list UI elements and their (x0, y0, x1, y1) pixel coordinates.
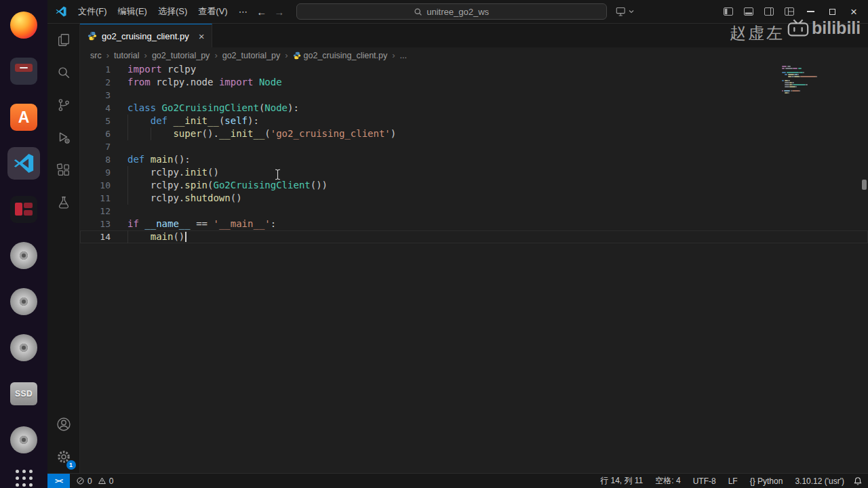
disk-icon-1[interactable] (7, 239, 40, 272)
status-eol[interactable]: LF (722, 476, 744, 486)
files-app-icon[interactable] (7, 55, 40, 87)
titlebar: 文件(F)编辑(E)选择(S)查看(V)⋯ ← → unitree_go2_ws (47, 0, 868, 24)
layout-controls (720, 3, 797, 20)
line-number[interactable]: 6 (80, 127, 111, 140)
sidebar-item-search[interactable] (47, 56, 80, 89)
vscode-dock-icon[interactable] (7, 147, 40, 180)
tab-close-icon[interactable]: × (199, 31, 205, 41)
sidebar-item-run-debug[interactable] (47, 121, 80, 154)
menu-selection[interactable]: 选择(S) (153, 3, 193, 20)
line-number[interactable]: 2 (80, 76, 111, 89)
line-number[interactable]: 1 (80, 63, 111, 76)
close-button[interactable]: × (848, 5, 860, 18)
menu-file[interactable]: 文件(F) (73, 3, 113, 20)
line-number[interactable]: 14 (80, 230, 111, 243)
code-row[interactable]: 9 rclpy.init() (80, 166, 868, 179)
notifications-bell-icon[interactable] (853, 476, 863, 486)
sidebar-item-testing[interactable] (47, 186, 80, 219)
code-text: def main(): (127, 153, 191, 166)
code-row[interactable]: 3 (80, 89, 868, 102)
search-value: unitree_go2_ws (427, 7, 489, 17)
line-number[interactable]: 4 (80, 102, 111, 115)
firefox-icon[interactable] (7, 9, 40, 41)
code-row[interactable]: 12 (80, 205, 868, 218)
restore-button[interactable] (826, 5, 838, 18)
code-row[interactable]: 7 (80, 140, 868, 153)
settings-button[interactable]: 1 (47, 441, 80, 473)
status-indent[interactable]: 空格: 4 (649, 475, 686, 487)
line-number[interactable]: 3 (80, 89, 111, 102)
breadcrumb-item[interactable]: src (90, 51, 102, 60)
vscode-menu-logo-icon[interactable] (55, 5, 67, 18)
line-number[interactable]: 9 (80, 166, 111, 179)
toggle-panel-icon[interactable] (741, 3, 757, 20)
code-row[interactable]: 13if __name__ == '__main__': (80, 218, 868, 230)
code-row[interactable]: 1import rclpy (80, 63, 868, 76)
ssd-drive-icon[interactable]: SSD (7, 378, 40, 410)
code-row[interactable]: 6 super().__init__('go2_cruising_client'… (80, 127, 868, 140)
back-arrow-icon[interactable]: ← (253, 6, 271, 18)
toggle-sidebar-icon[interactable] (720, 3, 736, 20)
bilibili-tv-icon (787, 18, 810, 38)
menu-view[interactable]: 查看(V) (193, 3, 233, 20)
minimap[interactable] (782, 66, 858, 94)
command-center-search[interactable]: unitree_go2_ws (296, 3, 607, 20)
menu-edit[interactable]: 编辑(E) (113, 3, 153, 20)
monitor-dropdown-icon[interactable] (616, 7, 634, 17)
customize-layout-icon[interactable] (781, 3, 797, 20)
breadcrumb-item[interactable]: go2_tutorial_py (222, 51, 280, 60)
disk-image (10, 288, 37, 315)
code-editor[interactable]: 1import rclpy2from rclpy.node import Nod… (80, 63, 868, 473)
breadcrumb-item[interactable]: tutorial (114, 51, 140, 60)
status-language[interactable]: {} Python (744, 476, 789, 486)
code-lines: 1import rclpy2from rclpy.node import Nod… (80, 63, 868, 243)
forward-arrow-icon[interactable]: → (271, 6, 288, 18)
source-control-icon (56, 98, 71, 113)
status-encoding[interactable]: UTF-8 (687, 476, 722, 486)
status-line-col[interactable]: 行 14, 列 11 (594, 475, 649, 487)
sidebar-item-explorer[interactable] (47, 24, 80, 56)
code-row[interactable]: 8def main(): (80, 153, 868, 166)
remote-icon: >< (55, 476, 62, 485)
breadcrumb-item[interactable]: go2_cruising_client.py (293, 51, 388, 60)
media-app-icon[interactable] (7, 193, 40, 226)
code-row[interactable]: 11 rclpy.shutdown() (80, 192, 868, 205)
line-number[interactable]: 5 (80, 115, 111, 127)
code-text: super().__init__('go2_cruising_client') (127, 127, 396, 140)
line-number[interactable]: 7 (80, 140, 111, 153)
minimize-button[interactable] (804, 5, 816, 18)
software-app-icon[interactable]: A (7, 101, 40, 134)
toggle-secondary-sidebar-icon[interactable] (761, 3, 777, 20)
code-row[interactable]: 5 def __init__(self): (80, 115, 868, 127)
code-row[interactable]: 14 main() (80, 230, 868, 243)
line-number[interactable]: 12 (80, 205, 111, 218)
sidebar-item-extensions[interactable] (47, 154, 80, 186)
disk-icon-4[interactable] (7, 424, 40, 456)
show-applications-button[interactable] (16, 470, 33, 487)
status-bar: >< 0 0 行 14, 列 11空格: 4UTF-8LF{} Python3.… (47, 473, 868, 488)
breadcrumb-item[interactable]: ... (400, 51, 407, 60)
disk-icon-2[interactable] (7, 285, 40, 318)
indent-guide (127, 179, 128, 192)
line-number[interactable]: 10 (80, 179, 111, 192)
tab-go2-cruising-client[interactable]: go2_cruising_client.py × (80, 24, 212, 47)
code-row[interactable]: 2from rclpy.node import Node (80, 76, 868, 89)
menu-more[interactable]: ⋯ (233, 4, 253, 20)
remote-indicator[interactable]: >< (47, 474, 70, 488)
indent-guide (127, 127, 128, 140)
problems-indicator[interactable]: 0 0 (70, 476, 122, 486)
code-row[interactable]: 10 rclpy.spin(Go2CruisingClient()) (80, 179, 868, 192)
chevron-right-icon: › (144, 50, 147, 60)
disk-icon-3[interactable] (7, 331, 40, 364)
line-number[interactable]: 13 (80, 218, 111, 230)
line-number[interactable]: 11 (80, 192, 111, 205)
sidebar-item-source-control[interactable] (47, 89, 80, 121)
indent-guide (127, 230, 128, 243)
account-button[interactable] (47, 408, 80, 441)
status-interpreter[interactable]: 3.10.12 ('usr') (789, 476, 850, 486)
chevron-right-icon: › (285, 50, 288, 60)
breadcrumb-item[interactable]: go2_tutorial_py (152, 51, 210, 60)
mouse-cursor-ibeam (275, 169, 281, 183)
line-number[interactable]: 8 (80, 153, 111, 166)
code-row[interactable]: 4class Go2CruisingClient(Node): (80, 102, 868, 115)
